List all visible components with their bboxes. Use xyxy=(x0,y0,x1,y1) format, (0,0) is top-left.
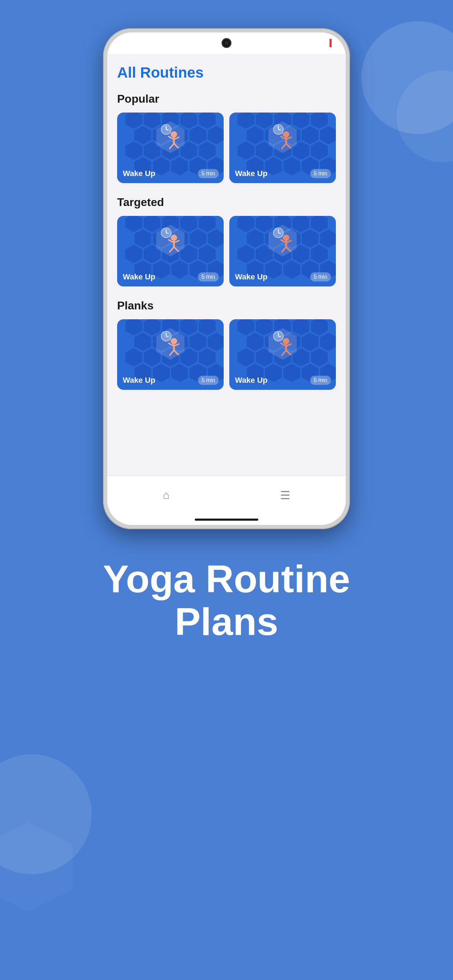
svg-marker-35 xyxy=(311,113,328,129)
bottom-title-line1: Yoga Routine xyxy=(103,557,350,600)
svg-marker-65 xyxy=(199,216,216,232)
card-label-planks-0: Wake Up xyxy=(123,376,155,385)
svg-marker-129 xyxy=(189,332,207,351)
svg-marker-130 xyxy=(208,332,224,351)
svg-marker-125 xyxy=(199,319,216,336)
cards-row-targeted: Wake Up 5 min xyxy=(117,216,336,286)
svg-marker-5 xyxy=(199,113,216,129)
svg-marker-78 xyxy=(171,260,188,279)
page-title: All Routines xyxy=(117,64,336,81)
figure-planks-1 xyxy=(265,326,300,361)
section-title-planks: Planks xyxy=(117,299,336,312)
svg-marker-95 xyxy=(311,216,328,232)
svg-marker-138 xyxy=(171,364,188,382)
svg-marker-135 xyxy=(199,348,216,366)
list-icon: ☰ xyxy=(280,488,290,502)
svg-marker-0 xyxy=(0,822,73,912)
routine-card-planks-0[interactable]: Wake Up 5 min xyxy=(117,319,224,390)
card-label-targeted-0: Wake Up xyxy=(123,272,155,282)
card-label-popular-0: Wake Up xyxy=(123,169,155,178)
bg-hexagon-shape xyxy=(0,818,78,916)
svg-marker-31 xyxy=(237,113,254,129)
cards-row-popular: Wake Up 5 min xyxy=(117,113,336,183)
section-title-popular: Popular xyxy=(117,92,336,105)
svg-marker-96 xyxy=(246,229,264,248)
routine-card-targeted-0[interactable]: Wake Up 5 min xyxy=(117,216,224,286)
svg-marker-100 xyxy=(320,229,336,248)
svg-marker-156 xyxy=(246,332,264,351)
svg-marker-121 xyxy=(125,319,142,336)
card-duration-planks-0: 5 min xyxy=(198,376,219,385)
svg-point-115 xyxy=(283,235,289,241)
home-bar xyxy=(107,514,346,525)
svg-point-145 xyxy=(171,338,177,344)
svg-point-55 xyxy=(283,131,289,138)
figure-popular-1 xyxy=(265,119,300,155)
routine-card-popular-0[interactable]: Wake Up 5 min xyxy=(117,113,224,183)
svg-marker-168 xyxy=(283,364,300,382)
svg-marker-11 xyxy=(125,142,142,160)
figure-planks-0 xyxy=(153,326,188,361)
bottom-text-section: Yoga Routine Plans xyxy=(103,557,350,643)
card-label-popular-1: Wake Up xyxy=(235,169,267,178)
section-popular: Popular xyxy=(117,92,336,183)
routine-card-planks-1[interactable]: Wake Up 5 min xyxy=(229,319,336,390)
phone-screen: All Routines Popular xyxy=(107,32,346,525)
svg-marker-18 xyxy=(171,157,188,175)
svg-marker-77 xyxy=(153,260,170,279)
card-duration-planks-1: 5 min xyxy=(310,376,331,385)
svg-marker-9 xyxy=(189,126,207,144)
card-duration-targeted-1: 5 min xyxy=(310,272,331,282)
svg-marker-36 xyxy=(246,126,264,144)
svg-marker-15 xyxy=(199,142,216,160)
svg-marker-48 xyxy=(283,157,300,175)
section-title-targeted: Targeted xyxy=(117,196,336,209)
svg-marker-10 xyxy=(208,126,224,144)
svg-marker-17 xyxy=(153,157,170,175)
svg-marker-41 xyxy=(237,142,254,160)
svg-marker-61 xyxy=(125,216,142,232)
svg-marker-105 xyxy=(311,245,328,263)
nav-home[interactable]: ⌂ xyxy=(149,486,183,504)
svg-marker-45 xyxy=(311,142,328,160)
app-content: All Routines Popular xyxy=(107,54,346,476)
svg-marker-69 xyxy=(189,229,207,248)
figure-popular-0 xyxy=(153,119,188,155)
svg-marker-91 xyxy=(237,216,254,232)
figure-targeted-0 xyxy=(153,223,188,258)
svg-marker-40 xyxy=(320,126,336,144)
svg-marker-126 xyxy=(134,332,151,351)
svg-marker-161 xyxy=(237,348,254,366)
phone-wrapper: All Routines Popular xyxy=(103,28,350,529)
routine-card-targeted-1[interactable]: Wake Up 5 min xyxy=(229,216,336,286)
card-duration-targeted-0: 5 min xyxy=(198,272,219,282)
svg-marker-71 xyxy=(125,245,142,263)
section-planks: Planks xyxy=(117,299,336,390)
section-targeted: Targeted xyxy=(117,196,336,286)
sections-container: Popular xyxy=(117,92,336,390)
svg-marker-108 xyxy=(283,260,300,279)
card-duration-popular-1: 5 min xyxy=(310,169,331,178)
nav-list[interactable]: ☰ xyxy=(266,486,304,505)
bottom-nav: ⌂ ☰ xyxy=(107,476,346,514)
svg-marker-101 xyxy=(237,245,254,263)
phone-frame: All Routines Popular xyxy=(103,28,350,529)
svg-marker-167 xyxy=(265,364,282,382)
routine-card-popular-1[interactable]: Wake Up 5 min xyxy=(229,113,336,183)
svg-marker-155 xyxy=(311,319,328,336)
svg-marker-6 xyxy=(134,126,151,144)
svg-marker-66 xyxy=(134,229,151,248)
svg-marker-99 xyxy=(302,229,319,248)
svg-marker-70 xyxy=(208,229,224,248)
svg-marker-1 xyxy=(125,113,142,129)
card-label-planks-1: Wake Up xyxy=(235,376,267,385)
svg-marker-151 xyxy=(237,319,254,336)
svg-marker-39 xyxy=(302,126,319,144)
card-duration-popular-0: 5 min xyxy=(198,169,219,178)
svg-marker-160 xyxy=(320,332,336,351)
svg-marker-107 xyxy=(265,260,282,279)
cards-row-planks: Wake Up 5 min xyxy=(117,319,336,390)
svg-point-175 xyxy=(283,338,289,344)
svg-marker-47 xyxy=(265,157,282,175)
svg-marker-137 xyxy=(153,364,170,382)
